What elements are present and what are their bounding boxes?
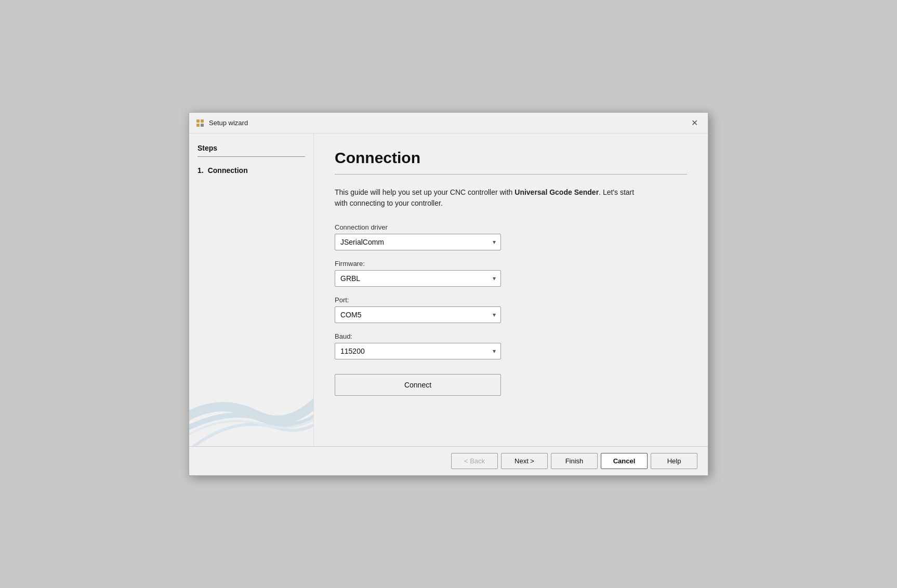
steps-label: Steps (197, 144, 305, 157)
dialog-body: Steps 1. Connection Connection This guid… (189, 133, 708, 446)
sidebar-item-connection: 1. Connection (197, 164, 305, 177)
help-button[interactable]: Help (651, 453, 697, 469)
setup-wizard-dialog: Setup wizard ✕ Steps 1. Connection (189, 112, 708, 476)
description-part1: This guide will help you set up your CNC… (335, 188, 515, 196)
watermark (189, 332, 313, 446)
connection-driver-field: Connection driver JSerialComm JSSC TCP ▾ (335, 223, 687, 250)
baud-wrapper: 9600 19200 38400 57600 115200 230400 ▾ (335, 343, 501, 359)
svg-rect-3 (201, 124, 204, 127)
firmware-select[interactable]: GRBL GRBL_HAL TinyG Smoothieware (335, 270, 501, 287)
title-divider (335, 174, 687, 175)
firmware-field: Firmware: GRBL GRBL_HAL TinyG Smoothiewa… (335, 260, 687, 287)
step-number: 1. (197, 166, 204, 175)
baud-label: Baud: (335, 332, 687, 340)
main-content: Connection This guide will help you set … (314, 133, 708, 446)
svg-rect-1 (201, 119, 204, 123)
svg-rect-2 (196, 124, 200, 127)
back-button[interactable]: < Back (451, 453, 498, 469)
cancel-button[interactable]: Cancel (601, 453, 648, 469)
description-bold: Universal Gcode Sender (515, 188, 599, 196)
connection-driver-label: Connection driver (335, 223, 687, 231)
port-field: Port: COM1 COM2 COM3 COM4 COM5 COM6 ▾ (335, 296, 687, 323)
port-label: Port: (335, 296, 687, 304)
dialog-footer: < Back Next > Finish Cancel Help (189, 446, 708, 475)
page-title: Connection (335, 149, 687, 167)
next-button[interactable]: Next > (501, 453, 548, 469)
finish-button[interactable]: Finish (551, 453, 598, 469)
port-wrapper: COM1 COM2 COM3 COM4 COM5 COM6 ▾ (335, 306, 501, 323)
connection-driver-select[interactable]: JSerialComm JSSC TCP (335, 234, 501, 250)
step-label: Connection (208, 166, 248, 175)
firmware-label: Firmware: (335, 260, 687, 268)
title-bar-left: Setup wizard (195, 118, 248, 128)
baud-select[interactable]: 9600 19200 38400 57600 115200 230400 (335, 343, 501, 359)
window-title: Setup wizard (209, 119, 248, 127)
baud-field: Baud: 9600 19200 38400 57600 115200 2304… (335, 332, 687, 359)
close-button[interactable]: ✕ (687, 116, 702, 130)
connect-button[interactable]: Connect (335, 374, 501, 396)
wizard-icon (195, 118, 205, 128)
description: This guide will help you set up your CNC… (335, 187, 636, 209)
svg-rect-0 (196, 119, 200, 123)
connection-driver-wrapper: JSerialComm JSSC TCP ▾ (335, 234, 501, 250)
sidebar: Steps 1. Connection (189, 133, 314, 446)
firmware-wrapper: GRBL GRBL_HAL TinyG Smoothieware ▾ (335, 270, 501, 287)
title-bar: Setup wizard ✕ (189, 113, 708, 133)
port-select[interactable]: COM1 COM2 COM3 COM4 COM5 COM6 (335, 306, 501, 323)
